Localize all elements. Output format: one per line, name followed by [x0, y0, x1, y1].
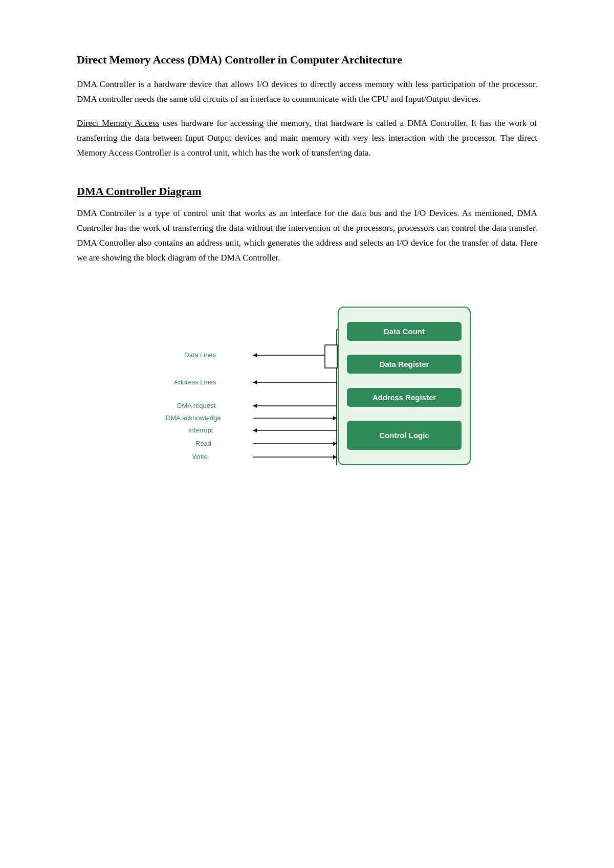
data-register: Data Register	[347, 355, 462, 374]
svg-marker-4	[253, 380, 257, 384]
label-data-lines: Data Lines	[184, 351, 216, 359]
label-interrupt: Interrupt	[188, 426, 213, 434]
diagram-area: Data Lines Address Lines DMA request DMA…	[77, 286, 537, 511]
label-read: Read	[195, 440, 211, 447]
svg-marker-2	[333, 353, 337, 357]
svg-rect-18	[325, 345, 337, 368]
intro-paragraph-1: DMA Controller is a hardware device that…	[77, 77, 537, 107]
direct-memory-access-link: Direct Memory Access	[77, 118, 159, 128]
diagram-container: Data Lines Address Lines DMA request DMA…	[143, 296, 471, 491]
svg-marker-10	[253, 428, 257, 432]
svg-marker-12	[333, 442, 337, 446]
section-body: DMA Controller is a type of control unit…	[77, 206, 537, 266]
data-count-register: Data Count	[347, 322, 462, 341]
section-title: DMA Controller Diagram	[77, 185, 537, 198]
svg-marker-8	[333, 416, 337, 420]
label-dma-request: DMA request	[177, 402, 215, 409]
address-register: Address Register	[347, 388, 462, 407]
label-address-lines: Address Lines	[174, 378, 216, 386]
svg-marker-1	[253, 353, 257, 357]
svg-marker-14	[333, 455, 337, 459]
control-logic-register: Control Logic	[347, 421, 462, 450]
svg-marker-6	[253, 404, 257, 408]
page-title: Direct Memory Access (DMA) Controller in…	[77, 51, 537, 68]
label-write: Write	[192, 453, 208, 461]
label-dma-acknowledge: DMA acknowledge	[166, 414, 221, 422]
intro-paragraph-2: Direct Memory Access uses hardware for a…	[77, 116, 537, 161]
dma-controller-box: Data Count Data Register Address Registe…	[338, 307, 471, 465]
page-container: Direct Memory Access (DMA) Controller in…	[77, 0, 537, 552]
